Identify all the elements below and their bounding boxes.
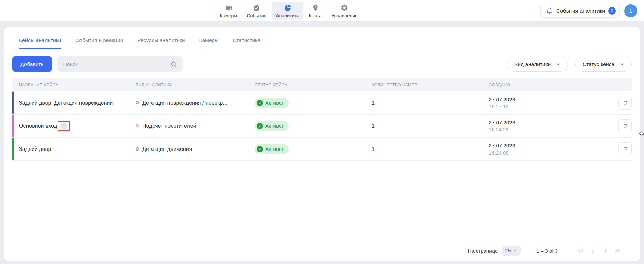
per-page-label: На странице [468,248,498,254]
events-icon [252,4,261,12]
case-status-filter[interactable]: Статус кейса [575,57,632,72]
nav-item-events[interactable]: События [243,2,270,20]
check-circle-icon [257,146,263,152]
table-header: НАЗВАНИЕ КЕЙСА ВИД АНАЛИТИКИ СТАТУС КЕЙС… [12,78,632,91]
row-accent-bar [12,91,14,114]
mouse-cursor [639,131,644,136]
col-case-status: СТАТУС КЕЙСА [255,83,372,87]
status-badge: Активен [255,121,289,131]
pager-controls [577,247,621,254]
main-nav: Камеры События Аналитика Карта Управлени… [216,0,362,22]
nav-label: События [247,13,266,18]
nav-item-cameras[interactable]: Камеры [216,2,241,20]
chevron-down-icon [513,248,517,253]
case-status-filter-label: Статус кейса [583,61,614,67]
top-bar: Камеры События Аналитика Карта Управлени… [0,0,644,22]
col-camera-count: КОЛИЧЕСТВО КАМЕР [372,83,489,87]
search-field[interactable] [57,56,183,72]
first-page-icon[interactable] [577,247,584,254]
tab-cameras[interactable]: Камеры [199,30,218,49]
analytics-cases-panel: Кейсы аналитики События и реакции Ресурс… [4,27,640,261]
delete-button[interactable] [618,119,632,133]
pagination: На странице 25 1 – 3 of 3 [468,242,621,259]
page-range-label: 1 – 3 of 3 [536,248,558,254]
search-input[interactable] [62,61,170,68]
row-accent-bar [12,115,14,137]
status-badge: Активен [255,98,289,108]
add-button[interactable]: Добавить [12,56,52,72]
nav-item-management[interactable]: Управление [327,2,362,20]
table-row[interactable]: Задний двор Детекция движения Активен 1 … [12,138,632,161]
type-dot-icon [136,147,139,151]
warning-icon: ! [60,123,67,129]
per-page-select[interactable]: 25 [502,246,521,256]
filters: Вид аналитики Статус кейса [507,57,632,72]
table-row[interactable]: Основной вход ! Подсчет посетителей Акти… [12,115,632,138]
nav-item-map[interactable]: Карта [305,2,326,20]
check-circle-icon [257,123,263,129]
map-pin-icon [311,4,319,12]
avatar[interactable]: 1 [624,4,637,17]
camera-count: 1 [372,146,489,152]
analytics-type: Детекция повреждения / перекр... [136,100,255,106]
camera-count: 1 [372,123,489,129]
type-dot-icon [136,124,139,127]
bell-icon [545,7,553,15]
col-analytics-type: ВИД АНАЛИТИКИ [136,83,255,87]
prev-page-icon[interactable] [590,247,596,254]
case-name: Задний двор. Детекция повреждений [19,100,136,106]
status-badge: Активен [255,144,289,154]
delete-button[interactable] [618,96,632,110]
analytics-type: Детекция движения [136,146,255,152]
type-dot-icon [136,101,139,104]
nav-label: Управление [331,13,358,18]
warning-highlight-box: ! [58,121,70,131]
analytics-type-filter[interactable]: Вид аналитики [507,57,568,72]
tabs-bar: Кейсы аналитики События и реакции Ресурс… [12,30,632,49]
next-page-icon[interactable] [602,247,609,254]
tab-analytics-resources[interactable]: Ресурсы аналитики [137,30,185,49]
nav-item-analytics[interactable]: Аналитика [272,2,303,20]
chevron-down-icon [619,61,625,67]
analytics-events-button[interactable]: События аналитики 0 [540,4,620,18]
analytics-type: Подсчет посетителей [136,123,255,129]
case-name: Задний двор [19,146,136,152]
cases-table: НАЗВАНИЕ КЕЙСА ВИД АНАЛИТИКИ СТАТУС КЕЙС… [12,78,632,161]
case-name: Основной вход ! [19,121,136,131]
camera-icon [225,4,233,12]
col-case-name: НАЗВАНИЕ КЕЙСА [19,83,136,87]
col-created: СОЗДАНО [489,83,613,87]
nav-label: Карта [309,13,322,18]
row-accent-bar [12,138,14,160]
tab-statistics[interactable]: Статистика [233,30,260,49]
check-circle-icon [257,100,263,106]
gear-icon [340,4,348,12]
nav-label: Аналитика [276,13,299,18]
created-cell: 27.07.2023 16:24:28 [489,120,613,133]
last-page-icon[interactable] [614,247,621,254]
delete-button[interactable] [618,142,632,156]
analytics-events-label: События аналитики [556,8,605,14]
events-count-badge: 0 [608,7,616,15]
created-cell: 27.07.2023 16:27:12 [489,96,613,109]
analytics-pie-icon [284,4,292,12]
chevron-down-icon [555,61,561,67]
created-cell: 27.07.2023 16:24:08 [489,143,613,156]
analytics-type-filter-label: Вид аналитики [514,61,551,67]
tab-analytics-cases[interactable]: Кейсы аналитики [19,30,61,49]
top-bar-right: События аналитики 0 1 [540,4,637,18]
search-icon[interactable] [170,60,177,68]
camera-count: 1 [372,100,489,106]
nav-label: Камеры [220,13,237,18]
tab-events-reactions[interactable]: События и реакции [75,30,123,49]
toolbar: Добавить Вид аналитики Статус кейса [12,56,632,72]
table-row[interactable]: Задний двор. Детекция повреждений Детекц… [12,91,632,115]
